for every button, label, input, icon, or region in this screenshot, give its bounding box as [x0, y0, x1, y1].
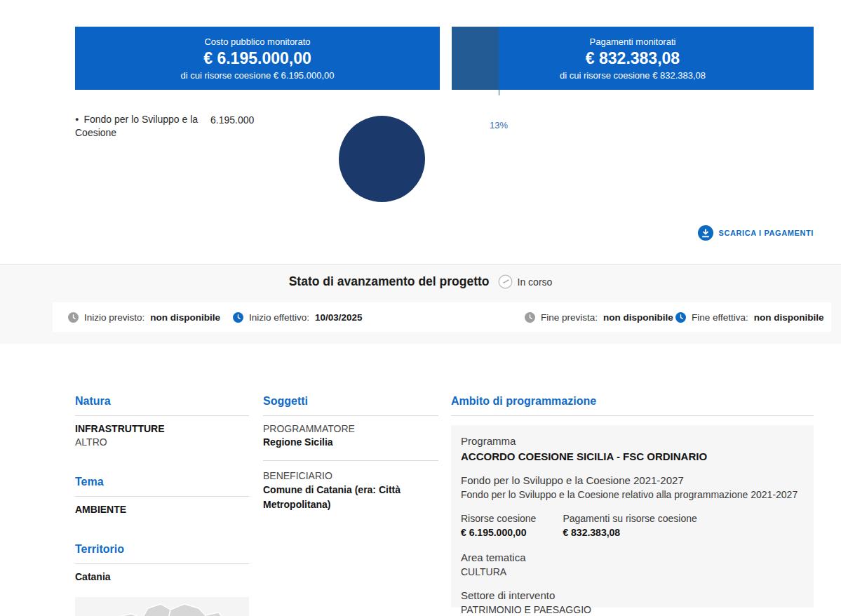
role-label-programmatore: PROGRAMMATORE: [263, 422, 438, 436]
milestone-value: non disponibile: [754, 312, 824, 323]
status-label: In corso: [518, 276, 553, 288]
settore-label: Settore di intervento: [461, 589, 802, 603]
column-ambito-programmazione: Ambito di programmazione Programma ACCOR…: [451, 395, 814, 608]
natura-primary: INFRASTRUTTURE: [75, 422, 249, 436]
tema-primary: AMBIENTE: [75, 503, 249, 516]
cost-card-subtitle: di cui risorse coesione € 6.195.000,00: [181, 70, 335, 81]
payments-card-subtitle: di cui risorse coesione € 832.383,08: [560, 70, 706, 81]
milestone-label: Fine prevista:: [541, 312, 598, 323]
legend-label: Fondo per lo Sviluppo e la Coesione: [75, 114, 198, 138]
role-label-beneficiario: BENEFICIARIO: [263, 469, 438, 483]
progress-section: Stato di avanzamento del progetto In cor…: [0, 264, 841, 344]
programma-label: Programma: [461, 434, 802, 448]
milestone-inizio-previsto: Inizio previsto: non disponibile: [68, 302, 220, 332]
milestone-label: Inizio previsto:: [84, 312, 144, 323]
column-soggetti: Soggetti PROGRAMMATORE Regione Sicilia B…: [263, 395, 438, 512]
ambito-heading: Ambito di programmazione: [451, 395, 814, 416]
risorse-cell: Risorse coesione € 6.195.000,00: [461, 511, 536, 540]
cost-summary-card: Costo pubblico monitorato € 6.195.000,00…: [75, 27, 440, 90]
percent-tick-mark: [499, 90, 499, 95]
pagamenti-label: Pagamenti su risorse coesione: [563, 511, 697, 525]
cost-card-title: Costo pubblico monitorato: [204, 36, 310, 47]
pie-legend-item: ●Fondo per lo Sviluppo e la Coesione: [75, 113, 206, 140]
legend-value: 6.195.000: [210, 114, 254, 126]
milestone-value: non disponibile: [150, 312, 220, 323]
italy-map-image: [75, 597, 249, 616]
risorse-value: € 6.195.000,00: [461, 525, 536, 540]
milestone-fine-prevista: Fine prevista: non disponibile: [525, 302, 673, 332]
risorse-label: Risorse coesione: [461, 511, 536, 525]
clock-gray-icon: [68, 312, 79, 323]
fondo-description: Fondo per lo Sviluppo e la Coesione rela…: [461, 488, 802, 502]
funding-pie-chart[interactable]: [339, 116, 425, 202]
payments-card-title: Pagamenti monitorati: [590, 36, 676, 47]
area-tematica-value: CULTURA: [461, 565, 802, 579]
territorio-heading: Territorio: [75, 543, 249, 564]
progress-header: Stato di avanzamento del progetto In cor…: [0, 274, 841, 289]
milestone-value: non disponibile: [603, 312, 673, 323]
natura-heading: Natura: [75, 395, 249, 416]
status-clock-icon: [498, 274, 513, 289]
milestone-fine-effettiva: Fine effettiva: non disponibile: [675, 302, 824, 332]
pagamenti-cell: Pagamenti su risorse coesione € 832.383,…: [563, 511, 697, 540]
project-detail-page: Costo pubblico monitorato € 6.195.000,00…: [0, 0, 841, 616]
legend-bullet-icon: ●: [75, 116, 79, 123]
role-value-beneficiario: Comune di Catania (era: Città Metropolit…: [263, 483, 438, 512]
download-icon: [698, 225, 713, 241]
column-natura-tema-territorio: Natura INFRASTRUTTURE ALTRO Tema AMBIENT…: [75, 395, 249, 616]
fondo-title: Fondo per lo Sviluppo e la Coesione 2021…: [461, 474, 802, 488]
italy-map[interactable]: [75, 597, 249, 616]
payments-summary-card: Pagamenti monitorati € 832.383,08 di cui…: [452, 27, 814, 90]
territorio-primary: Catania: [75, 570, 249, 584]
payments-card-value: € 832.383,08: [586, 49, 680, 68]
soggetti-divider: [263, 460, 438, 461]
progress-status: In corso: [498, 274, 553, 289]
milestone-value: 10/03/2025: [315, 312, 363, 323]
natura-secondary: ALTRO: [75, 436, 249, 449]
pagamenti-value: € 832.383,08: [563, 525, 697, 540]
programma-value: ACCORDO COESIONE SICILIA - FSC ORDINARIO: [461, 450, 802, 464]
clock-blue-icon: [233, 312, 243, 323]
download-label: SCARICA I PAGAMENTI: [719, 229, 814, 237]
clock-gray-icon: [525, 312, 535, 323]
payments-progress-fill: [452, 27, 499, 90]
clock-blue-icon: [675, 312, 686, 323]
milestone-inizio-effettivo: Inizio effettivo: 10/03/2025: [233, 302, 363, 332]
percent-label: 13%: [490, 120, 508, 130]
cost-card-value: € 6.195.000,00: [203, 49, 311, 68]
risorse-pagamenti-row: Risorse coesione € 6.195.000,00 Pagament…: [461, 511, 802, 540]
soggetti-heading: Soggetti: [263, 395, 438, 416]
area-tematica-label: Area tematica: [461, 551, 802, 565]
milestones-bar: Inizio previsto: non disponibile Inizio …: [53, 302, 831, 332]
milestone-label: Fine effettiva:: [692, 312, 748, 323]
download-payments-link[interactable]: SCARICA I PAGAMENTI: [698, 225, 814, 241]
tema-heading: Tema: [75, 476, 249, 497]
milestone-label: Inizio effettivo:: [249, 312, 309, 323]
progress-title: Stato di avanzamento del progetto: [289, 274, 490, 289]
role-value-programmatore: Regione Sicilia: [263, 436, 438, 449]
settore-value: PATRIMONIO E PAESAGGIO: [461, 603, 802, 616]
programma-box: Programma ACCORDO COESIONE SICILIA - FSC…: [451, 425, 814, 608]
